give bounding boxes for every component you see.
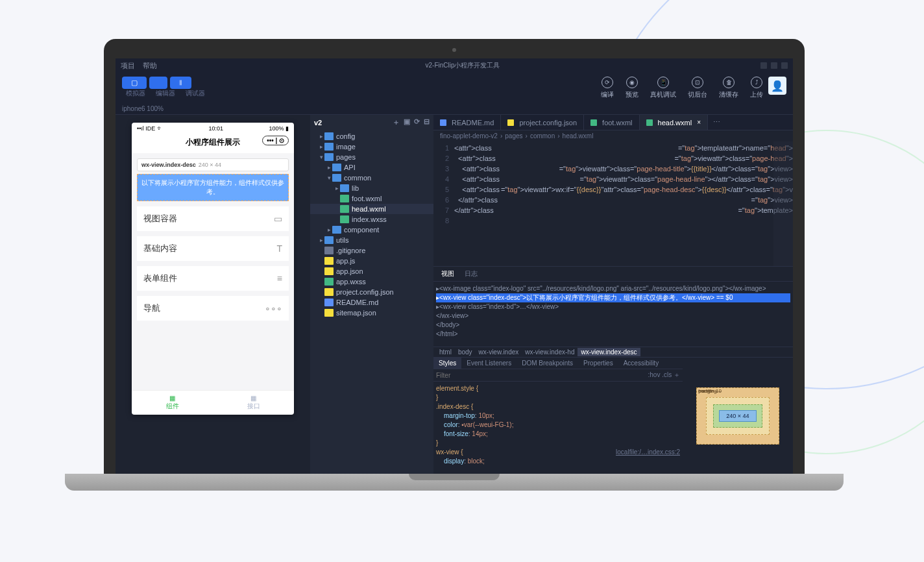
- new-folder-icon[interactable]: ▣: [404, 117, 410, 127]
- tabs-more-icon[interactable]: ⋯: [708, 115, 725, 130]
- tree-node-14[interactable]: app.wxss: [310, 276, 433, 287]
- laptop-frame: 项目 帮助 v2-FinClip小程序开发工具 ▢⫴ 模拟器编辑器调试器 ⟳编译…: [104, 39, 805, 491]
- devtools-tab-0[interactable]: 视图: [436, 268, 459, 280]
- capsule-button[interactable]: ••• | ⊙: [262, 136, 289, 145]
- dom-crumb-0[interactable]: html: [436, 348, 455, 356]
- phone-signal: ••ıl IDE ᯤ: [137, 125, 163, 132]
- editor-tab-2[interactable]: foot.wxml: [584, 115, 639, 130]
- tree-node-0[interactable]: ▸config: [310, 131, 433, 141]
- styles-filter[interactable]: [436, 371, 648, 380]
- dom-crumb-4[interactable]: wx-view.index-desc: [578, 348, 640, 356]
- dom-tree[interactable]: ▸<wx-image class="index-logo" src="../re…: [433, 282, 793, 347]
- mode-label-2: 调试器: [182, 89, 209, 98]
- tree-node-9[interactable]: ▸component: [310, 225, 433, 235]
- tree-node-2[interactable]: ▾pages: [310, 152, 433, 162]
- project-root[interactable]: v2: [314, 119, 322, 127]
- window-title: v2-FinClip小程序开发工具: [165, 61, 760, 70]
- action-3[interactable]: ⊡切后台: [688, 77, 707, 99]
- phone-frame: ••ıl IDE ᯤ 10:01 100% ▮ 小程序组件展示 ••• | ⊙ …: [132, 123, 294, 415]
- tree-node-10[interactable]: ▸utils: [310, 235, 433, 245]
- tree-node-7[interactable]: head.wxml: [310, 204, 433, 214]
- menu-help[interactable]: 帮助: [143, 61, 157, 71]
- cell-2[interactable]: 表单组件≡: [137, 266, 289, 291]
- mode-label-0: 模拟器: [122, 89, 149, 98]
- action-4[interactable]: 🗑清缓存: [719, 77, 738, 99]
- file-explorer: v2 ＋ ▣ ⟳ ⊟ ▸config▸image▾pages▸API▾commo…: [310, 115, 433, 474]
- mode-label-1: 编辑器: [152, 89, 179, 98]
- phone-tab-0[interactable]: ▦组件: [132, 391, 213, 415]
- tree-node-16[interactable]: README.md: [310, 297, 433, 308]
- devtools: 视图日志 ▸<wx-image class="index-logo" src="…: [433, 266, 793, 474]
- maximize-button[interactable]: [771, 62, 777, 69]
- simulator-panel: ••ıl IDE ᯤ 10:01 100% ▮ 小程序组件展示 ••• | ⊙ …: [116, 115, 310, 474]
- tree-node-3[interactable]: ▸API: [310, 162, 433, 173]
- editor-tab-0[interactable]: README.md: [433, 115, 501, 130]
- editor-tab-1[interactable]: project.config.json: [501, 115, 584, 130]
- tree-node-6[interactable]: foot.wxml: [310, 193, 433, 204]
- styles-tab-1[interactable]: Event Listeners: [461, 358, 517, 369]
- menu-bar: 项目 帮助 v2-FinClip小程序开发工具: [116, 58, 793, 73]
- tree-node-17[interactable]: sitemap.json: [310, 308, 433, 318]
- styles-tab-3[interactable]: Properties: [578, 358, 618, 369]
- editor-tab-3[interactable]: head.wxml×: [640, 115, 708, 130]
- dom-crumb-2[interactable]: wx-view.index: [476, 348, 522, 356]
- minimize-button[interactable]: [760, 62, 767, 69]
- tree-node-8[interactable]: index.wxss: [310, 214, 433, 225]
- camera-dot: [452, 48, 456, 52]
- phone-tab-1[interactable]: ▦接口: [213, 391, 294, 415]
- phone-battery: 100% ▮: [269, 125, 289, 132]
- hov-cls-toggle[interactable]: :hov .cls ＋: [648, 371, 680, 380]
- menu-project[interactable]: 项目: [121, 61, 135, 71]
- mode-1[interactable]: [149, 77, 167, 89]
- code-editor[interactable]: 1<attr">class="tag">template attr">name=…: [433, 141, 793, 227]
- tree-node-1[interactable]: ▸image: [310, 141, 433, 152]
- cell-0[interactable]: 视图容器▭: [137, 206, 289, 231]
- breadcrumb: fino-applet-demo-v2›pages›common›head.wx…: [433, 130, 793, 141]
- tree-node-13[interactable]: app.json: [310, 266, 433, 276]
- new-file-icon[interactable]: ＋: [393, 117, 400, 127]
- device-status: iphone6 100%: [116, 103, 793, 115]
- minimap[interactable]: [773, 141, 793, 266]
- dom-breadcrumb[interactable]: htmlbodywx-view.indexwx-view.index-hdwx-…: [433, 347, 793, 358]
- close-button[interactable]: [781, 62, 788, 69]
- refresh-icon[interactable]: ⟳: [414, 117, 420, 127]
- ide-window: 项目 帮助 v2-FinClip小程序开发工具 ▢⫴ 模拟器编辑器调试器 ⟳编译…: [116, 58, 793, 474]
- cell-1[interactable]: 基础内容T: [137, 236, 289, 261]
- css-rules[interactable]: element.style {}.index-desc {</span></di…: [433, 382, 683, 474]
- box-model: margin 10 border – padding – 240 × 44: [683, 358, 793, 474]
- cell-3[interactable]: 导航∘∘∘: [137, 296, 289, 321]
- mode-2[interactable]: ⫴: [170, 77, 191, 89]
- mode-0[interactable]: ▢: [122, 77, 147, 89]
- action-1[interactable]: ◉预览: [626, 77, 638, 99]
- styles-tab-0[interactable]: Styles: [433, 358, 461, 369]
- highlighted-element[interactable]: 以下将展示小程序官方组件能力，组件样式仅供参考。: [137, 174, 289, 201]
- user-avatar[interactable]: 👤: [768, 77, 786, 95]
- action-0[interactable]: ⟳编译: [601, 77, 614, 99]
- devtools-tab-1[interactable]: 日志: [459, 268, 483, 280]
- close-tab-icon[interactable]: ×: [697, 119, 701, 126]
- tree-node-11[interactable]: .gitignore: [310, 245, 433, 256]
- inspect-tooltip: wx-view.index-desc240 × 44: [137, 158, 289, 171]
- dom-crumb-3[interactable]: wx-view.index-hd: [522, 348, 578, 356]
- styles-tab-2[interactable]: DOM Breakpoints: [517, 358, 578, 369]
- dom-crumb-1[interactable]: body: [455, 348, 476, 356]
- tree-node-5[interactable]: ▸lib: [310, 183, 433, 193]
- styles-tab-4[interactable]: Accessibility: [618, 358, 664, 369]
- tree-node-4[interactable]: ▾common: [310, 173, 433, 183]
- collapse-icon[interactable]: ⊟: [424, 117, 430, 127]
- phone-title: 小程序组件展示: [186, 138, 240, 147]
- tree-node-15[interactable]: project.config.json: [310, 287, 433, 297]
- tree-node-12[interactable]: app.js: [310, 256, 433, 266]
- toolbar: ▢⫴ 模拟器编辑器调试器 ⟳编译◉预览📱真机调试⊡切后台🗑清缓存⤴上传 👤: [116, 73, 793, 103]
- action-5[interactable]: ⤴上传: [750, 77, 763, 99]
- action-2[interactable]: 📱真机调试: [650, 77, 676, 99]
- phone-time: 10:01: [208, 125, 223, 132]
